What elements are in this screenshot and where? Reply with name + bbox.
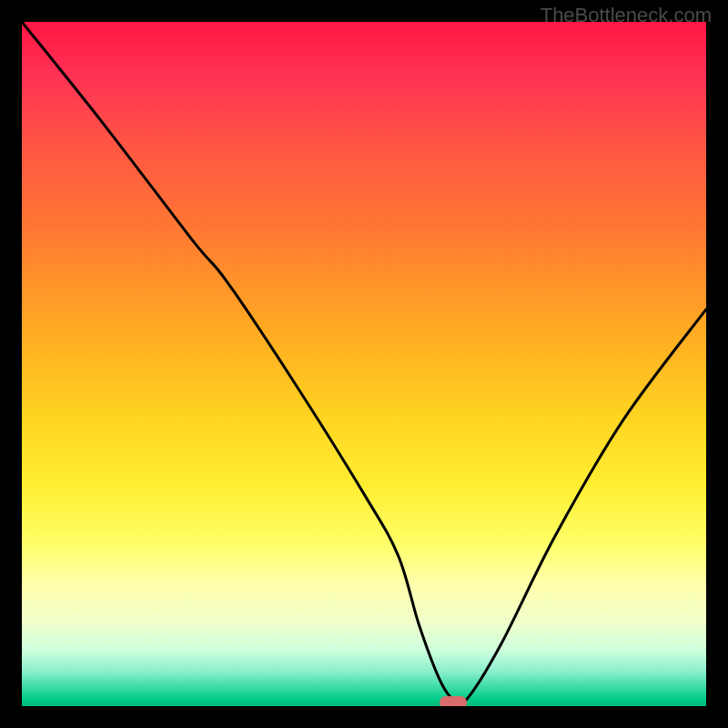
watermark-text: TheBottleneck.com xyxy=(541,4,712,27)
optimal-point-marker xyxy=(440,696,467,706)
bottleneck-curve xyxy=(22,22,706,706)
plot-area xyxy=(22,22,706,706)
